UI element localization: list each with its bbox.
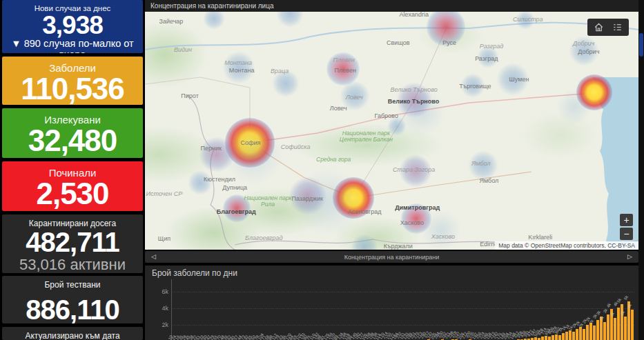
chart-bar[interactable]: 2k (603, 322, 606, 340)
zoom-out-button[interactable]: − (620, 228, 633, 240)
chart-bar[interactable]: 2k (583, 329, 585, 340)
chart-bar[interactable]: 806 (552, 335, 554, 340)
chart-bar[interactable]: 547 (534, 337, 537, 340)
map-label: Благоевград (217, 208, 256, 215)
card-value: 482,711 (2, 228, 143, 256)
y-tick-label: 6k (152, 288, 168, 295)
card-value: 3,938 (2, 12, 143, 38)
card-title: Брой тествани (2, 276, 143, 290)
map-label: Плевен (333, 57, 355, 63)
map-label: Национален парк Централен Балкан (338, 130, 393, 143)
map-label: Ловеч (330, 105, 347, 112)
map-label: Kırklareli (528, 234, 552, 241)
map-label: Средна гора (306, 157, 361, 163)
home-icon (594, 22, 604, 32)
chart-bar-label: 3k (603, 308, 608, 313)
chart-bar[interactable]: 714 (545, 336, 547, 340)
card-value: 110,536 (2, 74, 143, 105)
map-label: Ловеч (346, 94, 363, 101)
chart-bar[interactable]: 3k (596, 320, 599, 340)
chart-bar[interactable]: 3k (624, 317, 627, 340)
chart-bar[interactable]: 4k (617, 308, 620, 340)
card-infected: Заболели 110,536 (2, 57, 143, 105)
chart-bar[interactable]: 862 (558, 335, 561, 340)
chart-bar[interactable]: 2k (579, 327, 582, 340)
map-label: Стара Загора (393, 166, 435, 173)
page-scrollbar[interactable] (638, 0, 644, 340)
map-label: Alexandria (399, 12, 429, 18)
map-attribution: Map data © OpenStreetMap contributors, C… (495, 241, 638, 250)
map-label: Димитровград (395, 204, 440, 211)
card-title: Нови случаи за днес (2, 0, 143, 12)
next-arrow[interactable]: ▷ (621, 251, 638, 263)
strip-label: Концентрация на карантинирани (344, 254, 440, 261)
y-tick-label: 2k (152, 321, 168, 328)
chart-bar[interactable]: 2k (576, 329, 578, 340)
map-viewport[interactable]: ЗайечарВидинМонтанаМонтанаВрацаПлевенПле… (145, 12, 638, 250)
map-label: Велико Търново (388, 98, 440, 105)
map-label: Видин (174, 46, 192, 53)
card-title: Излекувани (2, 108, 143, 126)
chart-bar-label: 3k (620, 310, 625, 315)
map-label: Разград (475, 55, 498, 62)
card-value: 32,480 (2, 126, 143, 158)
card-title: Заболели (2, 57, 143, 74)
chart-bar-label: 4k (606, 303, 612, 308)
chart-bar[interactable]: 3k (607, 314, 609, 340)
map-label: Силистра (513, 16, 543, 23)
chart-bar[interactable]: 928 (555, 334, 558, 340)
map-label: Враца (271, 68, 289, 74)
legend-list-icon (612, 22, 623, 32)
map-label: Национален парк Рила (240, 195, 295, 208)
map-panel: Концентрация на карантинирани лица Зайеч… (145, 0, 638, 250)
card-recovered: Излекувани 32,480 (2, 108, 143, 158)
map-label: Асеновград (348, 208, 382, 215)
content-column: Концентрация на карантинирани лица Зайеч… (145, 0, 638, 340)
chart-bar[interactable]: 2k (593, 326, 596, 340)
chart-bar[interactable]: 1k (565, 332, 568, 340)
map-label: Русе (442, 39, 456, 46)
bars: 1024163528453822513360422955704836628157… (171, 279, 634, 340)
chart-bar[interactable]: 5k (621, 304, 623, 340)
map-label: Зайечар (159, 18, 183, 25)
map-label: Търговище (459, 83, 491, 90)
chart-bar[interactable]: 659 (548, 337, 551, 340)
chart-bar[interactable]: 1k (572, 332, 575, 340)
chart-bar[interactable]: 4k (631, 310, 634, 340)
chart-bar[interactable]: 628 (541, 337, 544, 340)
chart-bar[interactable]: 3k (614, 318, 616, 340)
map-label: Щип (158, 235, 170, 242)
map-label: Дупница (222, 184, 247, 191)
map-toolbar (587, 19, 629, 36)
map-label: Софийска (281, 143, 311, 150)
map-label: Добрич (578, 48, 599, 55)
map-label: Разград (480, 43, 503, 50)
stats-sidebar: Нови случаи за днес 3,938 ▼ 890 случая п… (0, 0, 145, 340)
card-title: Актуализирано към дата (2, 327, 143, 340)
prev-arrow[interactable]: ◁ (145, 251, 162, 263)
card-value: 886,110 (2, 296, 143, 323)
chart-bar[interactable]: 2k (589, 323, 592, 340)
card-quarantined: Карантинирани досега 482,711 53,016 акти… (2, 214, 143, 273)
plot-area: 2k4k6k 102416352845382251336042295570483… (152, 279, 636, 340)
zoom-in-button[interactable]: + (620, 214, 633, 226)
map-zoom-controls: + − (620, 214, 633, 241)
map-label: Благоевград (245, 234, 282, 241)
card-value: 2,530 (2, 179, 143, 211)
map-label: Габрово (375, 112, 398, 119)
chart-bar[interactable]: 1k (562, 333, 565, 340)
chart-bar[interactable]: 2k (586, 325, 589, 340)
scrollbar-thumb[interactable] (639, 33, 643, 57)
map-label: Перник (201, 145, 222, 152)
card-deaths: Починали 2,530 (2, 161, 143, 211)
chart-bar[interactable]: 1k (569, 330, 572, 340)
legend-button[interactable] (612, 22, 623, 32)
chart-panel: Брой заболели по дни 2k4k6k 102416352845… (145, 266, 638, 340)
home-button[interactable] (594, 22, 604, 32)
map-label: София (241, 139, 261, 146)
card-title: Карантинирани досега (2, 214, 143, 228)
map-label: Пазарджик (291, 195, 323, 202)
y-tick-label: 4k (152, 305, 168, 312)
map-label: Кюстендил (204, 176, 235, 183)
dashboard: Нови случаи за днес 3,938 ▼ 890 случая п… (0, 0, 644, 340)
